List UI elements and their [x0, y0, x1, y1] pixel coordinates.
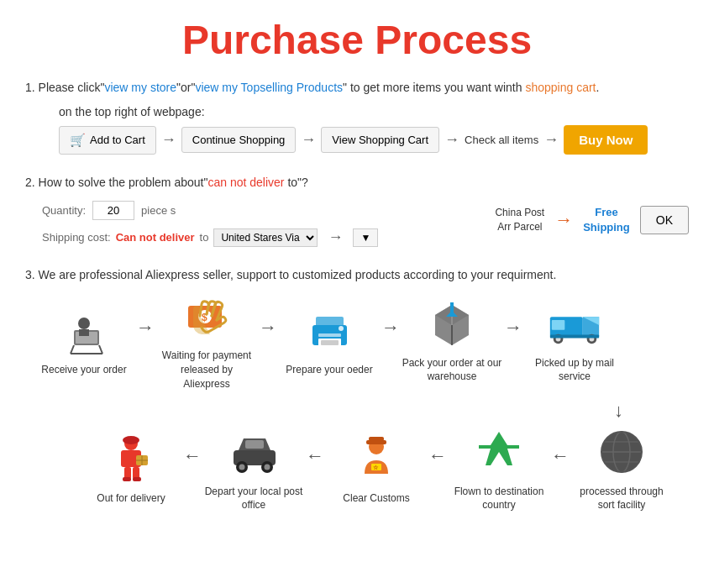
shopping-cart-link[interactable]: shopping cart — [525, 81, 596, 94]
mail-truck-icon — [545, 297, 604, 351]
cannot-deliver-highlight: can not deliver — [207, 176, 284, 189]
process-item-sort: processed through sort facility — [571, 425, 672, 513]
svg-line-5 — [99, 345, 102, 354]
ok-button[interactable]: OK — [640, 206, 689, 234]
process-label-pack: Pack your order at our warehouse — [402, 356, 502, 385]
process-row2: processed through sort facility ← Flown … — [25, 425, 689, 513]
arrow-l2-icon: ← — [428, 445, 447, 467]
page-container: Purchase Process 1. Please click"view my… — [0, 0, 714, 548]
buttons-row: 🛒 Add to Cart → Continue Shopping → View… — [59, 125, 689, 155]
china-post-label: China Post Arr Parcel — [495, 206, 544, 234]
process-label-plane: Flown to destination country — [449, 485, 549, 513]
shipping-row: Shipping cost: Can not deliver to United… — [42, 228, 470, 247]
shipping-label: Shipping cost: — [42, 231, 111, 244]
free-shipping-label: Free Shipping — [583, 205, 630, 235]
process-row1: Receive your order → $ — [25, 289, 689, 391]
customs-icon: ☆ — [347, 432, 406, 486]
check-items-label: Check all items — [465, 134, 538, 146]
svg-rect-12 — [318, 333, 341, 337]
arrow-l4-icon: ← — [183, 445, 202, 467]
arrow3-icon: → — [444, 131, 459, 149]
view-topselling-link[interactable]: view my Topselling Products — [195, 81, 343, 94]
svg-rect-55 — [133, 467, 139, 479]
process-item-plane: Flown to destination country — [449, 425, 549, 513]
arrow-p3-icon: → — [381, 317, 400, 339]
process-item-pack: Pack your order at our warehouse — [402, 297, 502, 385]
process-item-car: Depart your local post office — [203, 425, 304, 513]
svg-rect-57 — [133, 477, 141, 481]
shipping-via-select[interactable]: United Stares Via — [213, 228, 318, 247]
svg-rect-43 — [245, 440, 264, 449]
svg-rect-39 — [369, 437, 384, 441]
step2-section: 2. How to solve the problem about"can no… — [25, 173, 689, 246]
svg-point-49 — [123, 436, 139, 444]
step2-heading: 2. How to solve the problem about"can no… — [25, 173, 689, 192]
qty-input[interactable] — [92, 201, 134, 220]
process-label-receive: Receive your order — [41, 363, 126, 377]
process-item-prepare: Prepare your oeder — [279, 303, 380, 377]
arrow4-icon: → — [543, 131, 559, 149]
arrow-p2-icon: → — [259, 317, 277, 339]
process-item-customs: ☆ Clear Customs — [326, 432, 427, 506]
svg-rect-11 — [316, 317, 344, 327]
arrow-l1-icon: ← — [551, 445, 570, 467]
qty-label: Quantity: — [42, 204, 86, 217]
arrow-down-icon: ↓ — [614, 400, 623, 422]
view-shopping-cart-button[interactable]: View Shopping Cart — [321, 127, 439, 153]
globe-icon — [592, 425, 651, 480]
step1-section: 1. Please click"view my store"or"view my… — [25, 78, 689, 155]
qty-unit: piece s — [141, 204, 176, 217]
process-label-sort: processed through sort facility — [571, 485, 672, 513]
to-text: to — [200, 231, 209, 244]
arrow-p1-icon: → — [136, 317, 155, 339]
svg-point-47 — [264, 465, 270, 470]
arrow1-icon: → — [161, 131, 176, 149]
svg-line-4 — [71, 345, 74, 354]
add-to-cart-label: Add to Cart — [90, 134, 145, 146]
process-item-pickup: Picked up by mail service — [524, 297, 625, 385]
continue-shopping-button[interactable]: Continue Shopping — [181, 127, 297, 153]
svg-rect-25 — [552, 320, 565, 330]
svg-point-45 — [239, 465, 244, 470]
svg-rect-3 — [79, 329, 89, 336]
step1-text: 1. Please click"view my store"or"view my… — [25, 78, 689, 97]
add-to-cart-button[interactable]: 🛒 Add to Cart — [59, 126, 156, 155]
step2-container: Quantity: piece s Shipping cost: Can not… — [42, 201, 689, 247]
step1-after: " to get more items you want winth — [343, 81, 525, 94]
process-label-prepare: Prepare your oeder — [286, 363, 372, 377]
arrow-shipping-icon: → — [328, 228, 343, 246]
process-label-delivery: Out for delivery — [97, 491, 165, 506]
step2-right: China Post Arr Parcel → Free Shipping OK — [495, 205, 689, 235]
package-icon — [423, 297, 481, 351]
qty-row: Quantity: piece s — [42, 201, 470, 220]
svg-point-2 — [78, 318, 90, 329]
svg-rect-30 — [550, 335, 599, 339]
process-item-delivery: Out for delivery — [81, 432, 181, 506]
svg-rect-54 — [124, 467, 131, 479]
process-item-receive: Receive your order — [34, 303, 134, 377]
arrow-p4-icon: → — [504, 317, 522, 339]
arrow-l3-icon: ← — [306, 445, 324, 467]
shipping-dropdown-button[interactable]: ▼ — [353, 228, 378, 247]
buy-now-button[interactable]: Buy Now — [564, 125, 648, 155]
process-label-car: Depart your local post office — [203, 485, 304, 513]
arrow-china-post-icon: → — [554, 209, 573, 231]
svg-rect-14 — [321, 340, 339, 345]
process-label-pickup: Picked up by mail service — [524, 356, 625, 385]
delivery-person-icon — [102, 432, 160, 486]
payment-hand-icon: $ — [177, 289, 236, 344]
cannot-deliver-text: Can not deliver — [116, 231, 195, 244]
step1-prefix: 1. Please click" — [25, 81, 104, 94]
cart-icon: 🛒 — [70, 133, 86, 148]
on-top-label: on the top right of webpage: — [59, 105, 689, 118]
view-store-link[interactable]: view my store — [104, 81, 176, 94]
car-icon — [224, 425, 283, 480]
step2-left: Quantity: piece s Shipping cost: Can not… — [42, 201, 470, 247]
svg-rect-21 — [450, 302, 454, 312]
page-title: Purchase Process — [25, 17, 689, 63]
svg-text:☆: ☆ — [373, 465, 379, 470]
arrow2-icon: → — [301, 131, 316, 149]
svg-rect-56 — [123, 477, 131, 481]
plane-icon — [470, 425, 528, 480]
svg-point-15 — [339, 326, 344, 331]
